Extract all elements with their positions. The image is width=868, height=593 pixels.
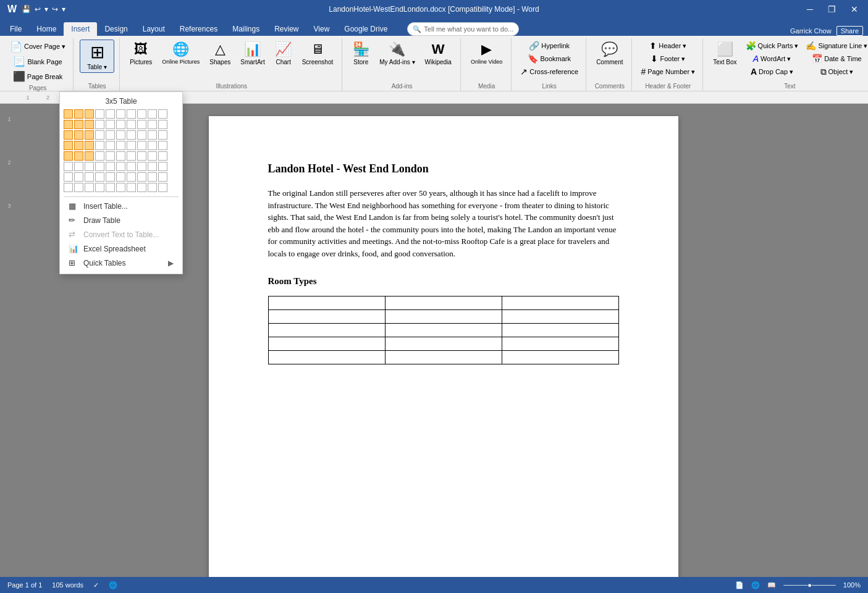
grid-cell[interactable] — [158, 109, 167, 119]
grid-cell[interactable] — [74, 151, 83, 161]
pictures-btn[interactable]: 🖼 Pictures — [126, 40, 156, 67]
table-cell[interactable] — [385, 350, 502, 364]
grid-cell[interactable] — [127, 151, 136, 161]
grid-cell[interactable] — [74, 141, 83, 150]
signature-line-btn[interactable]: ✍ Signature Line ▾ — [803, 40, 868, 52]
grid-cell[interactable] — [127, 162, 136, 171]
tab-design[interactable]: Design — [97, 22, 135, 36]
grid-cell[interactable] — [148, 183, 157, 192]
online-pictures-btn[interactable]: 🌐 Online Pictures — [158, 40, 203, 67]
grid-cell[interactable] — [116, 109, 125, 119]
grid-cell[interactable] — [95, 162, 104, 171]
translate-icon[interactable]: 🌐 — [109, 581, 117, 589]
grid-cell[interactable] — [127, 172, 136, 182]
grid-cell[interactable] — [85, 130, 94, 140]
grid-cell[interactable] — [106, 109, 115, 119]
grid-cell[interactable] — [116, 130, 125, 140]
grid-cell[interactable] — [64, 183, 73, 192]
grid-cell[interactable] — [64, 172, 73, 182]
table-cell[interactable] — [385, 323, 502, 337]
tab-layout[interactable]: Layout — [135, 22, 172, 36]
table-cell[interactable] — [385, 337, 502, 350]
proofing-icon[interactable]: ✓ — [93, 581, 99, 589]
undo-dropdown-btn[interactable]: ▾ — [44, 5, 48, 14]
minimize-btn[interactable]: ─ — [802, 3, 818, 15]
grid-cell[interactable] — [95, 151, 104, 161]
grid-cell[interactable] — [106, 172, 115, 182]
grid-cell[interactable] — [127, 120, 136, 129]
blank-page-btn[interactable]: 📃 Blank Page — [7, 54, 68, 69]
dropcap-btn[interactable]: A Drop Cap ▾ — [743, 65, 801, 78]
grid-cell[interactable] — [64, 162, 73, 171]
grid-cell[interactable] — [137, 162, 146, 171]
screenshot-btn[interactable]: 🖥 Screenshot — [298, 40, 337, 67]
grid-cell[interactable] — [74, 183, 83, 192]
grid-cell[interactable] — [85, 162, 94, 171]
wordart-btn[interactable]: A WordArt ▾ — [743, 53, 801, 65]
shapes-btn[interactable]: △ Shapes — [206, 40, 234, 67]
table-cell[interactable] — [268, 309, 385, 323]
my-addins-btn[interactable]: 🔌 My Add-ins ▾ — [376, 40, 418, 67]
grid-cell[interactable] — [137, 130, 146, 140]
view-web-icon[interactable]: 🌐 — [751, 581, 760, 589]
text-box-btn[interactable]: ⬜ Text Box — [709, 40, 740, 67]
grid-cell[interactable] — [64, 130, 73, 140]
view-read-icon[interactable]: 📖 — [767, 581, 776, 589]
wikipedia-btn[interactable]: W Wikipedia — [421, 40, 455, 67]
grid-cell[interactable] — [95, 120, 104, 129]
grid-cell[interactable] — [137, 183, 146, 192]
tab-file[interactable]: File — [2, 22, 29, 36]
grid-cell[interactable] — [158, 172, 167, 182]
smartart-btn[interactable]: 📊 SmartArt — [237, 40, 268, 67]
date-time-btn[interactable]: 📅 Date & Time — [803, 53, 868, 65]
hyperlink-btn[interactable]: 🔗 Hyperlink — [518, 40, 581, 52]
grid-cell[interactable] — [106, 183, 115, 192]
tab-references[interactable]: References — [172, 22, 225, 36]
document-body[interactable]: The original Landon still perseveres aft… — [268, 187, 619, 259]
tab-googledrive[interactable]: Google Drive — [337, 22, 395, 36]
grid-cell[interactable] — [106, 141, 115, 150]
zoom-slider[interactable]: ─────●───── — [783, 581, 836, 589]
grid-cell[interactable] — [158, 130, 167, 140]
draw-table-btn[interactable]: ✏ Draw Table — [64, 213, 179, 227]
comment-btn[interactable]: 💬 Comment — [592, 40, 626, 67]
insert-table-btn[interactable]: ▦ Insert Table... — [64, 199, 179, 213]
tab-view[interactable]: View — [306, 22, 337, 36]
view-print-icon[interactable]: 📄 — [735, 581, 744, 589]
table-cell[interactable] — [268, 350, 385, 364]
table-cell[interactable] — [385, 296, 502, 309]
page-number-btn[interactable]: # Page Number ▾ — [638, 65, 697, 78]
grid-cell[interactable] — [64, 120, 73, 129]
grid-cell[interactable] — [74, 130, 83, 140]
table-cell[interactable] — [502, 309, 618, 323]
tab-mailings[interactable]: Mailings — [225, 22, 267, 36]
grid-cell[interactable] — [106, 130, 115, 140]
grid-cell[interactable] — [137, 120, 146, 129]
grid-cell[interactable] — [95, 183, 104, 192]
grid-cell[interactable] — [127, 183, 136, 192]
excel-spreadsheet-btn[interactable]: 📊 Excel Spreadsheet — [64, 242, 179, 256]
cover-page-btn[interactable]: 📄 Cover Page ▾ — [7, 40, 68, 54]
grid-cell[interactable] — [106, 162, 115, 171]
footer-btn[interactable]: ⬇ Footer ▾ — [638, 53, 697, 65]
grid-cell[interactable] — [95, 172, 104, 182]
grid-cell[interactable] — [158, 151, 167, 161]
undo-qat-btn[interactable]: ↩ — [35, 5, 41, 14]
tell-me-input[interactable]: 🔍 Tell me what you want to do... — [407, 22, 519, 36]
grid-cell[interactable] — [116, 141, 125, 150]
cross-ref-btn[interactable]: ↗ Cross-reference — [518, 65, 581, 78]
grid-cell[interactable] — [85, 172, 94, 182]
grid-cell[interactable] — [127, 130, 136, 140]
grid-cell[interactable] — [85, 183, 94, 192]
grid-cell[interactable] — [116, 151, 125, 161]
quick-tables-btn[interactable]: ⊞ Quick Tables ▶ — [64, 256, 179, 270]
grid-cell[interactable] — [95, 130, 104, 140]
grid-cell[interactable] — [95, 141, 104, 150]
grid-cell[interactable] — [158, 120, 167, 129]
grid-cell[interactable] — [158, 162, 167, 171]
grid-cell[interactable] — [127, 141, 136, 150]
grid-cell[interactable] — [64, 109, 73, 119]
object-btn[interactable]: ⧉ Object ▾ — [803, 65, 868, 78]
grid-cell[interactable] — [148, 151, 157, 161]
grid-cell[interactable] — [116, 162, 125, 171]
